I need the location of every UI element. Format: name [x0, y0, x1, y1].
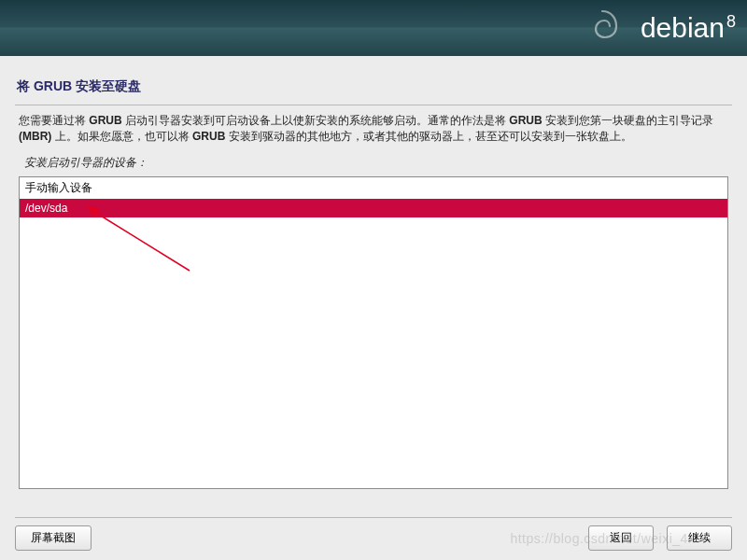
back-button[interactable]: 返回 — [588, 525, 654, 551]
brand-text: debian8 — [641, 12, 736, 44]
footer: 屏幕截图 返回 继续 — [15, 517, 732, 551]
banner: debian8 — [0, 0, 747, 56]
divider — [15, 105, 732, 105]
footer-divider — [15, 517, 732, 518]
footer-right-buttons: 返回 继续 — [588, 525, 732, 551]
brand-name: debian — [641, 12, 725, 43]
device-listbox[interactable]: 手动输入设备 /dev/sda — [19, 176, 728, 489]
page-title: 将 GRUB 安装至硬盘 — [15, 71, 732, 105]
debian-swirl-icon — [579, 4, 626, 50]
description-text: 您需要通过将 GRUB 启动引导器安装到可启动设备上以使新安装的系统能够启动。通… — [15, 111, 732, 149]
prompt-label: 安装启动引导器的设备： — [15, 149, 732, 175]
option-manual-entry[interactable]: 手动输入设备 — [20, 177, 727, 199]
brand-version: 8 — [726, 12, 736, 31]
continue-button[interactable]: 继续 — [667, 525, 732, 551]
screenshot-button[interactable]: 屏幕截图 — [15, 525, 92, 551]
option-dev-sda[interactable]: /dev/sda — [20, 199, 727, 217]
content-area: 将 GRUB 安装至硬盘 您需要通过将 GRUB 启动引导器安装到可启动设备上以… — [0, 56, 747, 504]
footer-row: 屏幕截图 返回 继续 — [15, 525, 732, 551]
